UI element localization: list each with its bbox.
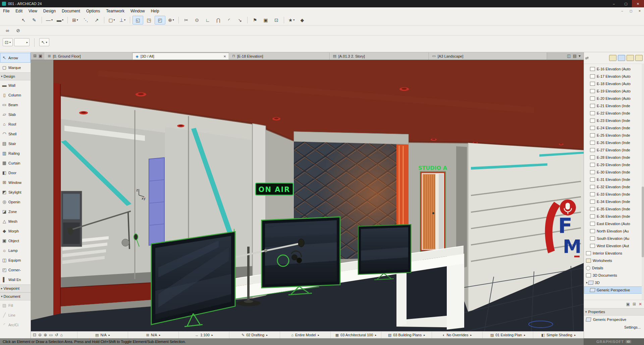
drawing-scale-control[interactable]: ↔1:100▸	[178, 332, 229, 338]
tab-overview-icon[interactable]: ◫	[566, 54, 572, 58]
tool-slab[interactable]: ▱Slab	[0, 110, 31, 119]
nav-item[interactable]: E-24 Elevation (Inde	[584, 124, 644, 132]
nav-item[interactable]: E-34 Elevation (Inde	[584, 198, 644, 205]
nav-item[interactable]: E-16 Elevation (Auto	[584, 65, 644, 73]
nav-item[interactable]: E-30 Elevation (Inde	[584, 168, 644, 176]
nav-item[interactable]: Interior Elevations	[584, 250, 644, 257]
blue-glass-panel[interactable]	[149, 158, 164, 246]
left-outer-wall[interactable]	[31, 60, 53, 331]
adjust-icon-button[interactable]: ∟	[203, 16, 213, 24]
resize-icon-button[interactable]: ↘	[235, 16, 245, 24]
tool-window[interactable]: ⊞Window	[0, 178, 31, 187]
tool-marque[interactable]: ▢Marque	[0, 63, 31, 72]
worksheet-tool-icon-button[interactable]: ▣	[261, 16, 271, 24]
default-settings-button[interactable]: ⊡ ▾	[3, 38, 13, 46]
doc-restore-button[interactable]: ▢	[627, 9, 635, 13]
tool-arrow[interactable]: ↖Arrow	[0, 53, 31, 63]
tab-2[interactable]: ◈[3D / All]✕	[132, 53, 229, 60]
tool-mesh[interactable]: △Mesh	[0, 216, 31, 226]
menu-item-edit[interactable]: Edit	[12, 7, 25, 15]
nav-item[interactable]: E-19 Elevation (Auto	[584, 87, 644, 95]
line-type-icon-button[interactable]: ―▾	[44, 16, 54, 24]
pen-weight-icon-button[interactable]: ▬▾	[55, 16, 65, 24]
intersect-icon-button[interactable]: ⋂	[213, 16, 223, 24]
nav-item[interactable]: West Elevation (Aut	[584, 242, 644, 250]
nav-item[interactable]: E-32 Elevation (Inde	[584, 183, 644, 191]
settings-button[interactable]: Settings...	[624, 325, 641, 329]
nav-item[interactable]: E-18 Elevation (Auto	[584, 80, 644, 87]
pencil-tool-icon-button[interactable]: ✎	[29, 16, 39, 24]
nav-item[interactable]: E-27 Elevation (Inde	[584, 146, 644, 154]
toolbox-section-viewpoint[interactable]: ▸Viewpoint	[0, 284, 31, 292]
clone-folder-icon[interactable]: ⊞	[633, 302, 636, 306]
nav-item[interactable]: Worksheets	[584, 257, 644, 264]
monitor-right[interactable]	[358, 224, 411, 280]
3d-scene[interactable]: ON AIR STUDIO A	[31, 60, 584, 331]
favorites-icon-button[interactable]: ★▾	[286, 16, 297, 24]
dimension-style-control[interactable]: ▧03 Building Plans▸	[381, 332, 432, 338]
tool-corner-[interactable]: ◰Corner-	[0, 265, 31, 275]
menu-item-file[interactable]: File	[0, 7, 12, 15]
split-icon-button[interactable]: ✂	[181, 16, 191, 24]
nav-item[interactable]: 3D Documents	[584, 272, 644, 279]
autogroup-icon-button[interactable]: ◱	[132, 16, 143, 24]
tool-lamp[interactable]: ☼Lamp	[0, 246, 31, 255]
position-status-control[interactable]: ▤N/A▸	[77, 332, 128, 338]
tool-railing[interactable]: ▥Railing	[0, 148, 31, 158]
current-tool-button[interactable]: ↖ ▾	[39, 38, 49, 46]
pen-sets-icon-button[interactable]: ◆	[297, 16, 307, 24]
explode-icon-button[interactable]: ◰	[155, 16, 165, 24]
nav-item[interactable]: E-17 Elevation (Auto	[584, 73, 644, 80]
zoom-out-icon[interactable]: ⊖	[38, 333, 42, 337]
nav-item[interactable]: E-22 Elevation (Inde	[584, 110, 644, 117]
tab-1[interactable]: ⊞[0. Ground Floor]	[45, 53, 132, 60]
globe-icon-button[interactable]: ⊕▾	[166, 16, 176, 24]
layout-book-icon[interactable]	[627, 55, 634, 61]
tab-list-icon[interactable]: ▤	[572, 54, 578, 58]
link-elements-icon-button[interactable]: ∞	[2, 26, 12, 34]
orbit-icon[interactable]: ↺	[55, 333, 58, 337]
single-view-icon[interactable]: ▣	[38, 54, 43, 58]
view-map-icon[interactable]	[618, 55, 625, 61]
snap-points-icon-button[interactable]: ↗	[92, 16, 102, 24]
tool-openin[interactable]: ◎Openin	[0, 197, 31, 207]
menu-item-view[interactable]: View	[25, 7, 40, 15]
on-air-sign[interactable]: ON AIR	[256, 183, 293, 195]
close-tab-icon[interactable]: ✕	[223, 55, 226, 58]
tab-4[interactable]: ▤[A.01.3 2. Story]	[330, 53, 429, 60]
maximize-button[interactable]: ▢	[620, 0, 632, 7]
tool-object[interactable]: ▣Object	[0, 236, 31, 246]
graphic-override-control[interactable]: ◐No Overrides▸	[432, 332, 482, 338]
tool-line[interactable]: ╱Line	[0, 310, 31, 320]
doc-minimize-button[interactable]: –	[618, 9, 627, 13]
arrow-tool-icon-button[interactable]: ↖	[18, 16, 29, 24]
menu-item-help[interactable]: Help	[148, 7, 162, 15]
pick-up-parameters-icon-button[interactable]: ⊙	[192, 16, 202, 24]
tool-wall-en[interactable]: ▌Wall En	[0, 275, 31, 284]
new-folder-icon[interactable]: ▣	[626, 302, 630, 306]
suspend-groups-icon-button[interactable]: ◳	[144, 16, 154, 24]
tool-equipm[interactable]: ◫Equipm	[0, 255, 31, 265]
menu-item-teamwork[interactable]: Teamwork	[103, 7, 127, 15]
nav-item[interactable]: East Elevation (Auto	[584, 220, 644, 227]
menu-item-options[interactable]: Options	[83, 7, 103, 15]
project-map-icon[interactable]	[609, 55, 616, 61]
nav-item[interactable]: E-33 Elevation (Inde	[584, 191, 644, 198]
fit-view-icon[interactable]: ⊡	[33, 333, 36, 337]
3d-viewport[interactable]: ON AIR STUDIO A	[31, 60, 584, 331]
nav-item[interactable]: North Elevation (Au	[584, 227, 644, 235]
nav-item[interactable]: E-21 Elevation (Inde	[584, 102, 644, 110]
grid-snap-icon-button[interactable]: ⊞▾	[70, 16, 80, 24]
tab-5[interactable]: ▭[A3 Landscape]	[429, 53, 547, 60]
zoom-box-icon[interactable]: ▭	[49, 333, 53, 337]
nav-item[interactable]: E-35 Elevation (Inde	[584, 205, 644, 213]
explore-icon[interactable]: ⌂	[60, 333, 63, 337]
menu-item-document[interactable]: Document	[59, 7, 83, 15]
toolbox-section-design[interactable]: ▾Design	[0, 72, 31, 80]
menu-item-window[interactable]: Window	[127, 7, 148, 15]
tool-arc-ci[interactable]: ◜Arc/Ci	[0, 320, 31, 330]
minimize-button[interactable]: –	[608, 0, 620, 7]
nav-item[interactable]: E-25 Elevation (Inde	[584, 132, 644, 139]
menu-item-design[interactable]: Design	[40, 7, 59, 15]
navigator-scrollbar[interactable]	[642, 64, 644, 300]
